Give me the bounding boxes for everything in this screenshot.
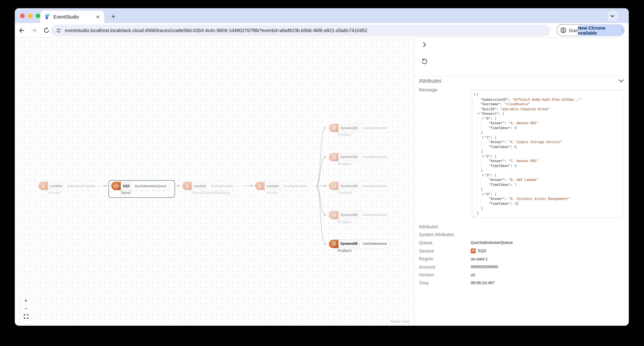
traffic-lights xyxy=(20,14,40,18)
chrome-update-button[interactable]: New Chrome available ⋮ xyxy=(578,24,625,36)
guest-avatar-icon xyxy=(560,27,566,33)
replay-event-button[interactable] xyxy=(420,57,428,65)
version-row: Version v0 xyxy=(419,271,624,279)
queue-value: QuizSubmissionQueue xyxy=(471,240,513,245)
edge-operation-label: PutItem xyxy=(338,220,352,224)
forward-button[interactable] xyxy=(29,25,40,36)
reload-button[interactable] xyxy=(41,25,52,36)
account-label: Account xyxy=(419,264,471,269)
minimize-window-button[interactable] xyxy=(28,14,32,18)
account-value: 000000000000 xyxy=(471,265,498,269)
dynamodb-icon xyxy=(329,182,338,190)
replay-icon xyxy=(421,58,428,64)
tab-list-chevron-button[interactable] xyxy=(608,11,617,21)
edge-operation-label: Invoke xyxy=(266,191,278,195)
flow-node-lambda-scoringfunction-esm[interactable]: λ Lambda ScoringFunction xyxy=(182,181,236,191)
tab-close-icon[interactable]: ✕ xyxy=(94,14,101,20)
node-resource-label: ScoringFunction xyxy=(208,182,236,190)
eventstudio-favicon xyxy=(44,14,50,20)
node-resource-label: ScoringFunction xyxy=(281,182,308,190)
lambda-icon: λ xyxy=(255,182,264,190)
browser-toolbar: eventstudio.localhost.localstack.cloud:4… xyxy=(15,23,629,38)
node-resource-label: UserSubmissions xyxy=(360,182,389,190)
node-resource-label: UserSubmissions xyxy=(360,240,389,248)
node-resource-label: SubmitQuizFunction xyxy=(64,182,98,190)
url-text: eventstudio.localhost.localstack.cloud:4… xyxy=(65,28,367,33)
fit-view-button[interactable] xyxy=(21,312,31,320)
region-label: Region xyxy=(419,256,471,261)
node-service-label: DynamoDB xyxy=(338,182,360,190)
new-tab-button[interactable]: + xyxy=(108,12,118,22)
back-arrow-icon xyxy=(18,27,25,34)
flow-node-dynamodb-usersubmissions-1[interactable]: DynamoDB UserSubmissions xyxy=(328,123,390,132)
edge-operation-label: PutItem xyxy=(338,161,352,166)
detail-rows: Attributes System Attributes Queue QuizS… xyxy=(419,223,624,287)
edge-operation-label: PutItem xyxy=(338,248,352,253)
service-label: Service xyxy=(419,248,471,253)
edge-operation-label: EventSourceMapping xyxy=(192,191,231,195)
chevron-down-icon[interactable] xyxy=(618,78,624,83)
flow-node-dynamodb-usersubmissions-3[interactable]: DynamoDB UserSubmissions xyxy=(328,181,390,191)
reload-icon xyxy=(43,27,50,34)
fullscreen-icon xyxy=(24,314,28,319)
flow-node-dynamodb-usersubmissions-4[interactable]: DynamoDB UserSubmissions xyxy=(328,210,390,220)
flow-node-dynamodb-usersubmissions-5[interactable]: DynamoDB UserSubmissions xyxy=(328,239,390,248)
message-json-viewer[interactable]: ∨{"SubmissionID": "6ffdcbc5-8e8d-4a82-97… xyxy=(471,90,624,218)
region-row: Region us-east-1 xyxy=(419,255,624,263)
forward-arrow-icon xyxy=(31,27,38,34)
sqs-icon xyxy=(471,248,476,253)
region-value: us-east-1 xyxy=(471,256,488,261)
service-value: SQS xyxy=(471,248,486,253)
queue-label: Queue xyxy=(419,240,471,245)
node-service-label: DynamoDB xyxy=(338,211,360,219)
sqs-icon xyxy=(111,182,121,190)
lambda-icon: λ xyxy=(38,182,48,190)
node-service-label: Lambda xyxy=(192,182,208,190)
flow-node-dynamodb-usersubmissions-2[interactable]: DynamoDB UserSubmissions xyxy=(328,152,390,161)
node-service-label: DynamoDB xyxy=(338,153,360,161)
canvas-controls: + − xyxy=(21,297,31,320)
dynamodb-icon xyxy=(329,153,338,161)
dynamodb-icon xyxy=(329,240,338,248)
react-flow-attribution[interactable]: React Flow xyxy=(390,319,410,324)
browser-tab[interactable]: EventStudio ✕ xyxy=(40,11,104,23)
time-value: 09:06:24:467 xyxy=(471,281,495,285)
site-settings-icon[interactable] xyxy=(56,28,61,33)
zoom-out-button[interactable]: − xyxy=(21,305,31,312)
service-row: Service SQS xyxy=(419,247,624,255)
maximize-window-button[interactable] xyxy=(36,14,40,18)
tab-strip: EventStudio ✕ + xyxy=(15,8,629,23)
kebab-menu-icon[interactable]: ⋮ xyxy=(620,28,625,33)
flow-node-sqs-quizsubmissionqueue[interactable]: SQS QuizSubmissionQueue xyxy=(111,181,169,191)
node-service-label: DynamoDB xyxy=(338,240,360,248)
attributes-header-label: Attributes xyxy=(419,78,442,84)
queue-row: Queue QuizSubmissionQueue xyxy=(419,239,624,247)
edge-operation-label: Send xyxy=(121,191,130,195)
flow-node-lambda-scoringfunction-invoke[interactable]: λ Lambda ScoringFunction xyxy=(255,181,309,191)
node-resource-label: UserSubmissions xyxy=(360,211,389,219)
version-label: Version xyxy=(419,272,471,277)
screenshot-stage: EventStudio ✕ + xyxy=(0,0,644,346)
node-service-label: Lambda xyxy=(48,182,64,190)
node-service-label: Lambda xyxy=(264,182,281,190)
system-attributes-row[interactable]: System Attributes xyxy=(419,231,624,239)
flow-node-lambda-submitquizfunction[interactable]: λ Lambda SubmitQuizFunction xyxy=(38,181,98,191)
event-flow-canvas[interactable]: λ Lambda SubmitQuizFunction Invoke SQ xyxy=(15,38,414,326)
zoom-in-button[interactable]: + xyxy=(21,297,31,305)
attributes-row[interactable]: Attributes xyxy=(419,223,624,231)
version-value: v0 xyxy=(471,273,475,277)
back-button[interactable] xyxy=(16,25,27,36)
panel-divider xyxy=(414,76,629,76)
chrome-update-label: New Chrome available xyxy=(578,25,618,35)
attributes-section-header[interactable]: Attributes xyxy=(419,78,624,84)
url-bar[interactable]: eventstudio.localhost.localstack.cloud:4… xyxy=(51,25,550,36)
edge-operation-label: PutItem xyxy=(338,132,352,137)
node-service-label: DynamoDB xyxy=(338,124,360,132)
page-content: λ Lambda SubmitQuizFunction Invoke SQ xyxy=(15,38,629,326)
close-window-button[interactable] xyxy=(20,14,25,18)
collapse-panel-button[interactable] xyxy=(420,40,428,49)
time-label: Time xyxy=(419,280,471,285)
service-name-text: SQS xyxy=(478,248,486,253)
node-service-label: SQS xyxy=(121,182,132,190)
browser-window: EventStudio ✕ + xyxy=(15,8,629,326)
